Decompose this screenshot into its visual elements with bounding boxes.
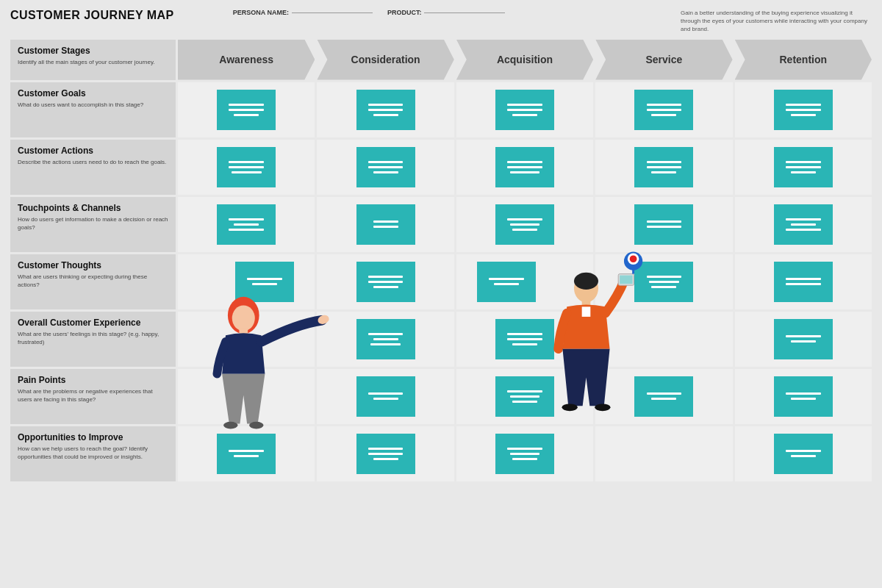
journey-grid: Customer Stages Identify all the main st… <box>10 40 872 481</box>
stages-title: Customer Stages <box>18 46 168 57</box>
actions-acquisition-block <box>495 147 554 187</box>
opportunities-desc: How can we help users to reach the goal?… <box>18 445 168 461</box>
stage-awareness: Awareness <box>178 40 315 80</box>
goals-consideration-block <box>356 90 415 130</box>
actions-desc: Describe the actions users need to do to… <box>18 159 168 166</box>
goals-acquisition-block <box>495 90 554 130</box>
goals-service[interactable] <box>595 82 732 137</box>
persona-input-line[interactable] <box>292 12 373 13</box>
actions-title: Customer Actions <box>18 146 168 157</box>
row-label-stages: Customer Stages Identify all the main st… <box>10 40 176 80</box>
pain-service[interactable] <box>595 369 732 424</box>
actions-consideration-block <box>356 147 415 187</box>
thoughts-desc: What are users thinking or expecting dur… <box>18 273 168 289</box>
thoughts-acquisition[interactable] <box>456 254 593 309</box>
pain-consideration[interactable] <box>317 369 453 424</box>
actions-awareness-block <box>217 147 276 187</box>
experience-service[interactable] <box>595 312 732 367</box>
touchpoints-consideration[interactable] <box>317 197 453 252</box>
experience-consideration[interactable] <box>317 312 453 367</box>
thoughts-awareness-block <box>235 262 294 302</box>
opportunities-retention-block <box>774 434 833 474</box>
row-label-touchpoints: Touchpoints & Channels How do users get … <box>10 197 176 252</box>
stage-service: Service <box>595 40 732 80</box>
pain-desc: What are the problems or negative experi… <box>18 388 168 404</box>
row-label-experience: Overall Customer Experience What are the… <box>10 312 176 367</box>
goals-retention[interactable] <box>735 82 872 137</box>
experience-acquisition[interactable] <box>456 312 593 367</box>
thoughts-service-block <box>634 262 693 302</box>
opportunities-service[interactable] <box>595 426 732 481</box>
pain-service-block <box>634 376 693 417</box>
opportunities-acquisition[interactable] <box>456 426 593 481</box>
opportunities-title: Opportunities to Improve <box>18 432 168 444</box>
opportunities-awareness[interactable] <box>178 426 315 481</box>
product-input-line[interactable] <box>424 12 505 13</box>
thoughts-service[interactable] <box>595 254 732 309</box>
actions-retention[interactable] <box>735 140 872 195</box>
actions-consideration[interactable] <box>317 140 453 195</box>
touchpoints-acquisition[interactable] <box>456 197 593 252</box>
grid-wrapper: Customer Stages Identify all the main st… <box>10 40 872 579</box>
actions-acquisition[interactable] <box>456 140 593 195</box>
persona-label: PERSONA NAME: <box>233 9 289 16</box>
row-label-opportunities: Opportunities to Improve How can we help… <box>10 426 176 481</box>
actions-awareness[interactable] <box>178 140 315 195</box>
thoughts-consideration[interactable] <box>317 254 453 309</box>
stage-retention: Retention <box>735 40 872 80</box>
thoughts-retention-block <box>774 262 833 302</box>
pain-retention[interactable] <box>735 369 872 424</box>
thoughts-awareness[interactable] <box>178 254 315 309</box>
row-label-pain: Pain Points What are the problems or neg… <box>10 369 176 424</box>
row-label-goals: Customer Goals What do users want to acc… <box>10 82 176 137</box>
experience-awareness[interactable] <box>178 312 315 367</box>
opportunities-acquisition-block <box>495 434 554 474</box>
row-label-actions: Customer Actions Describe the actions us… <box>10 140 176 195</box>
opportunities-consideration-block <box>356 434 415 474</box>
pain-acquisition-block <box>495 376 554 417</box>
experience-retention[interactable] <box>735 312 872 367</box>
persona-field: PERSONA NAME: <box>233 9 373 16</box>
header-description: Gain a better understanding of the buyin… <box>681 9 872 34</box>
goals-service-block <box>634 90 693 130</box>
thoughts-title: Customer Thoughts <box>18 260 168 272</box>
touchpoints-title: Touchpoints & Channels <box>18 203 168 215</box>
opportunities-awareness-block <box>217 434 276 474</box>
pain-retention-block <box>774 376 833 417</box>
page-wrapper: CUSTOMER JOURNEY MAP PERSONA NAME: PRODU… <box>0 0 882 588</box>
stages-desc: Identify all the main stages of your cus… <box>18 59 168 66</box>
opportunities-retention[interactable] <box>735 426 872 481</box>
row-label-thoughts: Customer Thoughts What are users thinkin… <box>10 254 176 309</box>
thoughts-consideration-block <box>356 262 415 302</box>
goals-retention-block <box>774 90 833 130</box>
header: CUSTOMER JOURNEY MAP PERSONA NAME: PRODU… <box>10 9 872 34</box>
goals-awareness-block <box>217 90 276 130</box>
header-fields: PERSONA NAME: PRODUCT: <box>233 9 506 16</box>
goals-consideration[interactable] <box>317 82 453 137</box>
thoughts-acquisition-block <box>477 262 536 302</box>
stage-acquisition: Acquisition <box>456 40 593 80</box>
touchpoints-awareness-block <box>217 204 276 245</box>
goals-title: Customer Goals <box>18 88 168 100</box>
goals-acquisition[interactable] <box>456 82 593 137</box>
experience-acquisition-block <box>495 319 554 359</box>
thoughts-retention[interactable] <box>735 254 872 309</box>
touchpoints-acquisition-block <box>495 204 554 245</box>
touchpoints-consideration-block <box>356 204 415 245</box>
experience-title: Overall Customer Experience <box>18 318 168 329</box>
actions-service-block <box>634 147 693 187</box>
touchpoints-retention-block <box>774 204 833 245</box>
actions-service[interactable] <box>595 140 732 195</box>
stage-consideration: Consideration <box>317 40 453 80</box>
pain-title: Pain Points <box>18 375 168 387</box>
goals-desc: What do users want to accomplish in this… <box>18 101 168 109</box>
pain-acquisition[interactable] <box>456 369 593 424</box>
pain-awareness[interactable] <box>178 369 315 424</box>
opportunities-consideration[interactable] <box>317 426 453 481</box>
touchpoints-service[interactable] <box>595 197 732 252</box>
goals-awareness[interactable] <box>178 82 315 137</box>
experience-desc: What are the users' feelings in this sta… <box>18 331 168 346</box>
page-title: CUSTOMER JOURNEY MAP <box>10 9 174 22</box>
touchpoints-retention[interactable] <box>735 197 872 252</box>
touchpoints-awareness[interactable] <box>178 197 315 252</box>
